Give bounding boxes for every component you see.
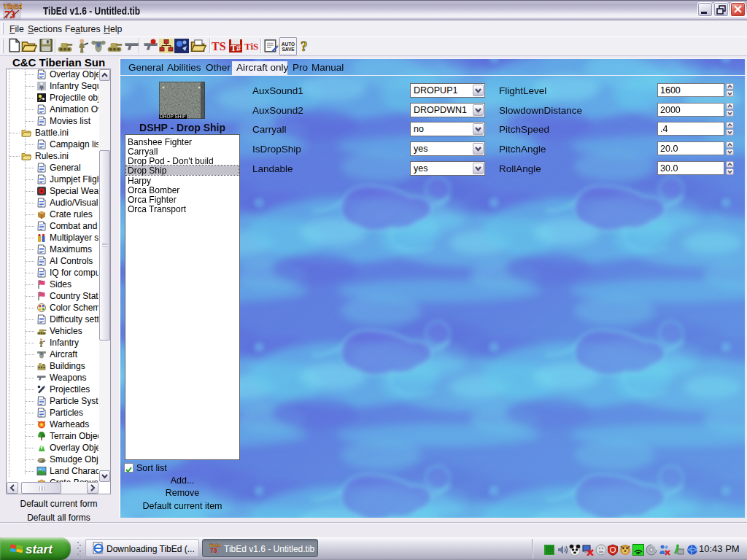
svg-text:DROP SHIP: DROP SHIP — [160, 114, 186, 119]
svg-text:73: 73 — [210, 547, 217, 554]
svg-text:TS: TS — [212, 40, 226, 52]
svg-text:?: ? — [301, 39, 308, 54]
svg-text:TiS: TiS — [244, 41, 258, 52]
svg-text:73: 73 — [4, 9, 15, 20]
svg-text:T#: T# — [231, 43, 241, 53]
